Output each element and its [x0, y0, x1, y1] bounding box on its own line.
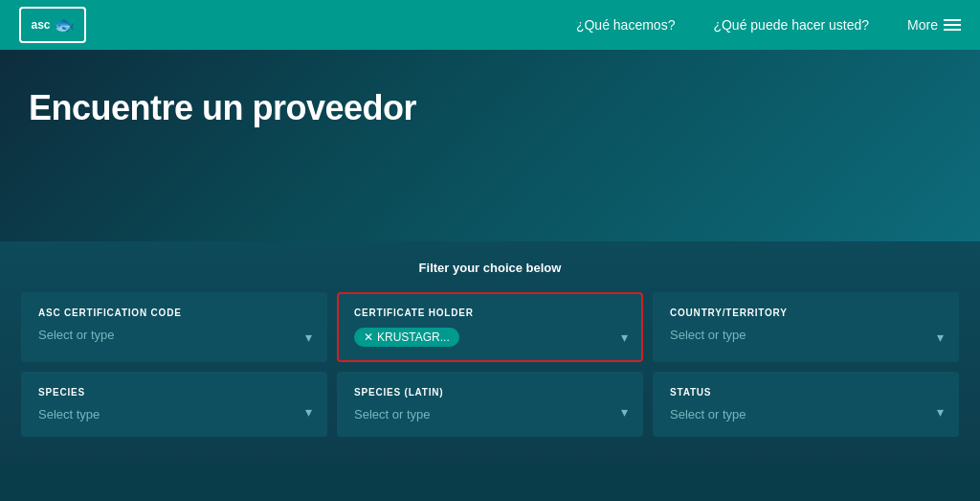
chevron-down-icon-cert-holder: ▾	[621, 330, 628, 345]
more-label: More	[907, 17, 938, 33]
nav-link-que-puede[interactable]: ¿Qué puede hacer usted?	[713, 17, 869, 33]
nav-link-que-hacemos[interactable]: ¿Qué hacemos?	[576, 17, 676, 33]
chevron-down-icon-asc-cert-code: ▾	[305, 330, 312, 345]
filter-card-label-species-latin: SPECIES (LATIN)	[354, 387, 626, 398]
filter-tag-cert-holder[interactable]: ✕KRUSTAGR...	[354, 328, 459, 347]
filter-tag-x-icon[interactable]: ✕	[364, 330, 373, 344]
filter-card-country[interactable]: COUNTRY/TERRITORYSelect or type▾	[653, 292, 959, 362]
hero-title: Encuentre un proveedor	[29, 88, 416, 128]
filter-placeholder-asc-cert-code: Select or type	[38, 328, 115, 342]
nav-more[interactable]: More	[907, 17, 961, 33]
filter-card-label-asc-cert-code: ASC CERTIFICATION CODE	[38, 307, 310, 318]
logo[interactable]: asc 🐟	[19, 7, 86, 43]
hamburger-icon	[944, 19, 961, 31]
filter-card-row-status: Select or type	[670, 407, 942, 421]
filter-card-status[interactable]: STATUSSelect or type▾	[653, 372, 959, 437]
filter-card-label-status: STATUS	[670, 387, 942, 398]
filter-card-row-species-latin: Select or type	[354, 407, 626, 421]
filter-card-row-country: Select or type	[670, 328, 942, 342]
navbar: asc 🐟 ¿Qué hacemos? ¿Qué puede hacer ust…	[0, 0, 980, 50]
logo-box: asc 🐟	[19, 7, 86, 43]
logo-text: asc	[31, 19, 50, 31]
chevron-down-icon-status: ▾	[937, 404, 944, 420]
filter-card-row-asc-cert-code: Select or type	[38, 328, 310, 342]
filter-placeholder-status: Select or type	[670, 407, 746, 421]
filter-card-label-species: SPECIES	[38, 387, 310, 398]
filter-card-label-cert-holder: CERTIFICATE HOLDER	[354, 307, 626, 318]
nav-links: ¿Qué hacemos? ¿Qué puede hacer usted? Mo…	[576, 17, 961, 33]
filter-card-species-latin[interactable]: SPECIES (LATIN)Select or type▾	[337, 372, 643, 437]
filter-card-cert-holder[interactable]: CERTIFICATE HOLDER✕KRUSTAGR...▾	[337, 292, 643, 362]
hero-section: Encuentre un proveedor	[0, 50, 980, 241]
filter-card-species[interactable]: SPECIESSelect type▾	[21, 372, 327, 437]
filter-card-row-species: Select type	[38, 407, 310, 421]
filter-section: Filter your choice below ASC CERTIFICATI…	[0, 241, 980, 466]
filter-card-asc-cert-code[interactable]: ASC CERTIFICATION CODESelect or type▾	[21, 292, 327, 362]
filter-placeholder-country: Select or type	[670, 328, 746, 342]
filter-card-label-country: COUNTRY/TERRITORY	[670, 307, 942, 318]
filter-tag-value: KRUSTAGR...	[377, 330, 450, 344]
chevron-down-icon-country: ▾	[937, 330, 944, 345]
logo-fish-icon: 🐟	[54, 14, 75, 35]
filter-label: Filter your choice below	[19, 261, 961, 275]
filter-placeholder-species: Select type	[38, 407, 100, 421]
chevron-down-icon-species-latin: ▾	[621, 404, 628, 420]
filter-placeholder-species-latin: Select or type	[354, 407, 431, 421]
filter-card-row-cert-holder: ✕KRUSTAGR...	[354, 328, 626, 347]
filter-grid: ASC CERTIFICATION CODESelect or type▾CER…	[21, 292, 959, 437]
chevron-down-icon-species: ▾	[305, 404, 312, 420]
